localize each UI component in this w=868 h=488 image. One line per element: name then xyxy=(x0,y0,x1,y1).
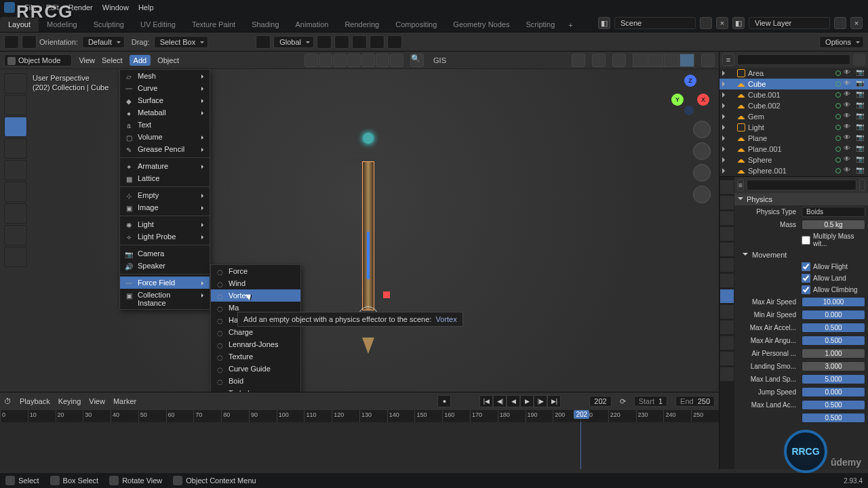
tool-rotate[interactable] xyxy=(4,138,27,159)
add-menu-light-probe[interactable]: ✧Light Probe xyxy=(120,230,210,243)
timeline-tick[interactable]: 10 xyxy=(28,410,56,422)
forcefield-lennard-jones[interactable]: ◌Lennard-Jones xyxy=(211,338,300,350)
forcefield-curve-guide[interactable]: ◌Curve Guide xyxy=(211,363,300,375)
prop-value-field[interactable]: 1.000 xyxy=(802,348,865,359)
timeline-tick[interactable]: 230 xyxy=(636,410,664,422)
render-toggle[interactable]: 📷 xyxy=(856,112,865,121)
timeline-tick[interactable]: 50 xyxy=(138,410,166,422)
move-gizmo-plane[interactable] xyxy=(383,291,390,298)
end-frame-field[interactable]: End250 xyxy=(675,396,715,407)
timeline-tick[interactable]: 150 xyxy=(414,410,442,422)
outliner-item-gem[interactable]: Gem👁📷 xyxy=(719,111,868,122)
add-workspace-button[interactable]: + xyxy=(563,18,578,32)
timeline-tick[interactable]: 60 xyxy=(166,410,194,422)
timeline-tick[interactable]: 180 xyxy=(498,410,526,422)
prop-type-button[interactable]: ≡ xyxy=(737,179,744,191)
prop-tab-viewlayer[interactable] xyxy=(719,211,734,226)
select-vis-btn7[interactable] xyxy=(390,54,403,67)
add-menu-curve[interactable]: 〰Curve xyxy=(120,82,210,94)
viewlayer-del-button[interactable]: × xyxy=(850,17,863,29)
matprev-shade-button[interactable] xyxy=(664,54,679,67)
autokey-button[interactable]: ● xyxy=(437,395,451,407)
material-slot-icon[interactable] xyxy=(835,70,841,76)
material-slot-icon[interactable] xyxy=(835,146,841,152)
timeline-tick[interactable]: 240 xyxy=(663,410,691,422)
forcefield-charge[interactable]: ◌Charge xyxy=(211,326,300,338)
render-toggle[interactable]: 📷 xyxy=(856,101,865,110)
transform-orient-dropdown[interactable]: Global xyxy=(273,36,314,48)
properties-search-input[interactable] xyxy=(747,180,856,190)
start-frame-field[interactable]: Start1 xyxy=(634,396,667,407)
disclosure-icon[interactable] xyxy=(722,157,728,163)
outliner-item-plane[interactable]: Plane👁📷 xyxy=(719,133,868,144)
forcefield-boid[interactable]: ◌Boid xyxy=(211,375,300,387)
add-menu-text[interactable]: aText xyxy=(120,119,210,131)
timeline-editor-type-button[interactable]: ⏱ xyxy=(4,397,12,405)
add-menu-metaball[interactable]: ●Metaball xyxy=(120,106,210,119)
outliner-item-sphere-001[interactable]: Sphere.001👁📷 xyxy=(719,165,868,176)
prop-tab-data[interactable] xyxy=(719,336,734,350)
timeline-tick[interactable]: 90 xyxy=(249,410,277,422)
workspace-tab-scripting[interactable]: Scripting xyxy=(517,17,563,32)
timeline-marker-menu[interactable]: Marker xyxy=(113,397,136,405)
prop-tab-output[interactable] xyxy=(719,195,734,210)
snap-dropdown[interactable] xyxy=(352,35,367,49)
prop-value-field[interactable]: 0.000 xyxy=(802,387,865,397)
pan-icon[interactable] xyxy=(693,142,711,160)
timeline-view-menu[interactable]: View xyxy=(89,397,105,405)
render-toggle[interactable]: 📷 xyxy=(856,155,865,165)
jump-end-button[interactable]: ▶| xyxy=(547,395,561,407)
proportional-dropdown[interactable] xyxy=(387,35,402,49)
forcefield-texture[interactable]: ◌Texture xyxy=(211,350,300,363)
workspace-tab-sculpting[interactable]: Sculpting xyxy=(85,17,132,32)
menu-window[interactable]: Window xyxy=(102,3,129,12)
timeline-tick[interactable]: 250 xyxy=(691,410,719,422)
outliner-item-plane-001[interactable]: Plane.001👁📷 xyxy=(719,144,868,155)
viewport-add-menu[interactable]: Add xyxy=(130,55,151,66)
disclosure-icon[interactable] xyxy=(722,168,728,174)
timeline-tick[interactable]: 20 xyxy=(56,410,83,422)
allow-climbing-checkbox[interactable]: Allow Climbing xyxy=(802,285,865,294)
outliner-item-area[interactable]: Area👁📷 xyxy=(719,68,868,79)
prop-value-field[interactable]: 5.000 xyxy=(802,374,865,384)
tool-cursor-icon[interactable] xyxy=(4,35,19,49)
tool-cursor[interactable] xyxy=(4,95,27,115)
3d-viewport[interactable]: Object Mode View Select Add Object 🔍 GIS xyxy=(0,52,719,392)
menu-help[interactable]: Help xyxy=(138,3,154,12)
allow-land-checkbox[interactable]: Allow Land xyxy=(802,274,865,283)
visibility-toggle[interactable]: 👁 xyxy=(844,144,853,154)
disclosure-icon[interactable] xyxy=(722,81,728,87)
viewlayer-new-button[interactable] xyxy=(834,17,846,29)
timeline-tick[interactable]: 70 xyxy=(193,410,221,422)
prop-tab-world[interactable] xyxy=(719,242,734,257)
transform-orient-icon[interactable] xyxy=(256,35,271,49)
outliner-item-cube-001[interactable]: Cube.001👁📷 xyxy=(719,89,868,100)
material-slot-icon[interactable] xyxy=(835,92,841,98)
movement-subpanel[interactable]: Movement xyxy=(734,249,868,261)
play-button[interactable]: ▶ xyxy=(520,395,534,407)
multiply-mass-checkbox[interactable]: Multiply Mass wit... xyxy=(802,232,865,247)
timeline-tick[interactable]: 30 xyxy=(83,410,111,422)
prop-tab-modifiers[interactable] xyxy=(719,273,734,288)
timeline-tick[interactable]: 190 xyxy=(526,410,553,422)
search-icon[interactable]: 🔍 xyxy=(410,54,424,67)
axis-neg-z[interactable] xyxy=(684,106,694,115)
disclosure-icon[interactable] xyxy=(722,92,728,98)
add-menu-surface[interactable]: ◆Surface xyxy=(120,94,210,106)
material-slot-icon[interactable] xyxy=(835,103,841,108)
add-menu-speaker[interactable]: 🔊Speaker xyxy=(120,260,210,272)
timeline-tick[interactable]: 130 xyxy=(359,410,387,422)
forcefield-turbulence[interactable]: ◌Turbulence xyxy=(211,387,300,392)
prop-value-field[interactable]: 0.500 xyxy=(802,323,865,333)
next-key-button[interactable]: |▶ xyxy=(534,395,547,407)
outliner-item-light[interactable]: Light👁📷 xyxy=(719,122,868,133)
prop-tab-particles[interactable] xyxy=(719,289,734,304)
add-menu-force-field[interactable]: 〰Force Field xyxy=(120,277,210,289)
scene-field[interactable]: Scene xyxy=(614,17,696,29)
timeline-body[interactable] xyxy=(0,422,719,469)
overlay-toggle[interactable] xyxy=(592,54,606,67)
prop-value-field[interactable]: 0.000 xyxy=(802,310,865,320)
timeline-playback-menu[interactable]: Playback xyxy=(20,397,50,405)
viewlayer-browse-button[interactable]: ◧ xyxy=(732,17,745,29)
orientation-dropdown[interactable]: Default xyxy=(82,36,125,48)
